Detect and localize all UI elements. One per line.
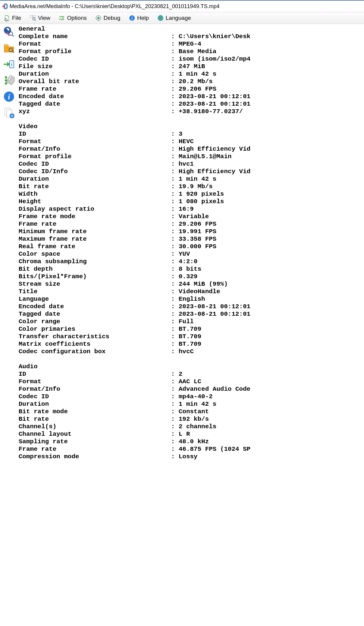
menu-file[interactable]: File <box>1 12 27 24</box>
info-key: Maximum frame rate <box>19 235 171 243</box>
info-row: Bit rate: 192 kb/s <box>19 415 364 423</box>
info-value: : Advanced Audio Code <box>171 385 251 393</box>
info-value: : Constant <box>171 408 209 415</box>
info-value: : +38.9180-77.0237/ <box>171 108 243 115</box>
file-icon <box>4 15 10 21</box>
info-value: : YUV <box>171 250 190 258</box>
info-row: Overall bit rate: 20.2 Mb/s <box>19 78 364 85</box>
info-row: Transfer characteristics: BT.709 <box>19 333 364 340</box>
svg-point-7 <box>62 17 63 19</box>
svg-point-10 <box>97 17 100 19</box>
info-key: Complete name <box>19 33 171 40</box>
tool-preferences[interactable] <box>2 74 16 87</box>
app-icon <box>2 3 8 9</box>
info-key: Format/Info <box>19 145 171 153</box>
info-value: : isom (isom/iso2/mp4 <box>171 55 251 63</box>
info-value: : AAC LC <box>171 378 201 385</box>
info-key: Stream size <box>19 280 171 288</box>
svg-point-21 <box>5 76 7 79</box>
info-value: : Lossy <box>171 453 197 460</box>
info-row: Height: 1 080 pixels <box>19 198 364 205</box>
menu-options[interactable]: Options <box>56 12 92 24</box>
language-icon <box>157 15 164 21</box>
info-row: Sampling rate: 48.0 kHz <box>19 438 364 445</box>
info-value: : 2023-08-21 00:12:01 <box>171 303 251 310</box>
info-key: File size <box>19 63 171 70</box>
info-value: : Main@L5.1@Main <box>171 153 232 160</box>
blank-line <box>19 355 364 363</box>
info-row: ID: 2 <box>19 370 364 378</box>
tool-about[interactable]: i <box>2 90 16 103</box>
info-row: Tagged date: 2023-08-21 00:12:01 <box>19 100 364 108</box>
info-row: Real frame rate: 30.000 FPS <box>19 243 364 250</box>
info-row: Frame rate: 29.206 FPS <box>19 85 364 93</box>
svg-text:i: i <box>131 16 133 20</box>
info-value: : 19.991 FPS <box>171 228 216 235</box>
info-value: : 4:2:0 <box>171 258 197 265</box>
info-row: Compression mode: Lossy <box>19 453 364 460</box>
info-value: : hvc1 <box>171 160 194 168</box>
view-icon <box>30 15 36 21</box>
tool-import-info[interactable]: i <box>2 58 16 71</box>
tool-media-search[interactable] <box>2 25 16 38</box>
tool-folder-search[interactable] <box>2 41 16 55</box>
menu-view[interactable]: View <box>27 12 56 24</box>
info-value: : 2023-08-21 00:12:01 <box>171 310 251 318</box>
info-key: Chroma subsampling <box>19 258 171 265</box>
svg-point-13 <box>158 15 163 21</box>
svg-rect-4 <box>33 16 35 17</box>
menu-help[interactable]: i Help <box>126 12 155 24</box>
info-row: Format/Info: High Efficiency Vid <box>19 145 364 153</box>
info-key: Frame rate <box>19 445 171 453</box>
info-key: Overall bit rate <box>19 78 171 85</box>
info-key: xyz <box>19 108 171 115</box>
info-value: : 16:9 <box>171 205 194 213</box>
info-row: Frame rate: 46.875 FPS (1024 SP <box>19 445 364 453</box>
menu-debug[interactable]: Debug <box>93 12 126 24</box>
info-row: Maximum frame rate: 33.358 FPS <box>19 235 364 243</box>
info-row: Language: English <box>19 295 364 303</box>
info-row: Frame rate: 29.206 FPS <box>19 220 364 228</box>
info-value: : 0.329 <box>171 273 197 280</box>
info-key: Duration <box>19 70 171 78</box>
info-key: Matrix coefficients <box>19 340 171 348</box>
info-row: xyz: +38.9180-77.0237/ <box>19 108 364 115</box>
info-value: : 1 min 42 s <box>171 70 216 78</box>
info-row: Color primaries: BT.709 <box>19 325 364 333</box>
info-row: Matrix coefficients: BT.709 <box>19 340 364 348</box>
info-key: Channel(s) <box>19 423 171 430</box>
info-value: : 2 channels <box>171 423 216 430</box>
info-value: : 2023-08-21 00:12:01 <box>171 93 251 100</box>
info-value: : 48.0 kHz <box>171 438 209 445</box>
info-key: Frame rate mode <box>19 213 171 220</box>
info-key: Height <box>19 198 171 205</box>
info-value: : MPEG-4 <box>171 40 201 48</box>
info-key: Duration <box>19 175 171 183</box>
info-row: Bits/(Pixel*Frame): 0.329 <box>19 273 364 280</box>
info-text-view[interactable]: GeneralComplete name: C:\Users\knier\Des… <box>18 24 364 460</box>
info-key: Real frame rate <box>19 243 171 250</box>
info-row: Bit rate: 19.9 Mb/s <box>19 183 364 190</box>
info-key: Bit rate mode <box>19 408 171 415</box>
help-icon: i <box>129 15 135 21</box>
svg-point-1 <box>2 5 4 7</box>
info-value: : 46.875 FPS (1024 SP <box>171 445 251 453</box>
info-key: Compression mode <box>19 453 171 460</box>
info-value: : High Efficiency Vid <box>171 145 251 153</box>
tool-export[interactable] <box>2 106 16 119</box>
info-row: Codec ID: hvc1 <box>19 160 364 168</box>
info-row: Duration: 1 min 42 s <box>19 400 364 408</box>
info-row: Tagged date: 2023-08-21 00:12:01 <box>19 310 364 318</box>
info-key: Frame rate <box>19 220 171 228</box>
info-row: Complete name: C:\Users\knier\Desk <box>19 33 364 40</box>
info-row: Channel(s): 2 channels <box>19 423 364 430</box>
info-row: Codec ID: mp4a-40-2 <box>19 393 364 400</box>
info-value: : 29.206 FPS <box>171 85 216 93</box>
info-key: Codec ID <box>19 393 171 400</box>
info-value: : hvcC <box>171 348 194 355</box>
menu-language[interactable]: Language <box>155 12 197 24</box>
info-value: : 20.2 Mb/s <box>171 78 213 85</box>
info-key: Sampling rate <box>19 438 171 445</box>
info-value: : 19.9 Mb/s <box>171 183 213 190</box>
info-row: Format: HEVC <box>19 138 364 145</box>
